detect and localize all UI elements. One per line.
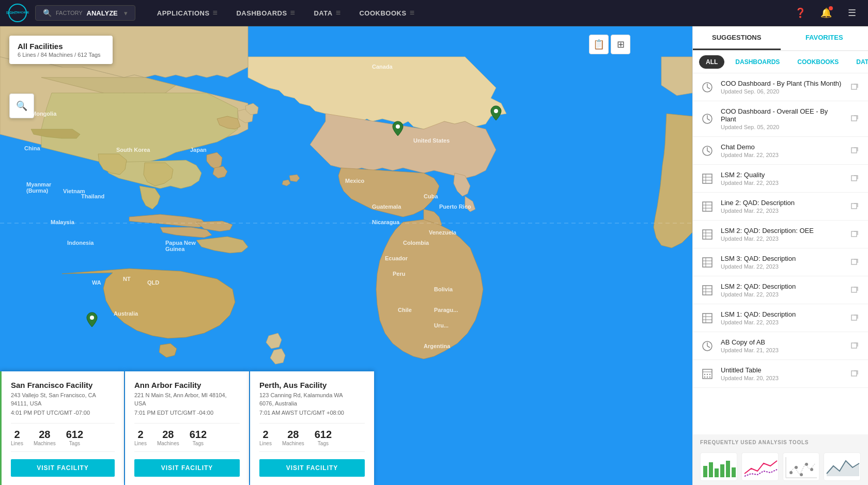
item-content: COO Dashboard - Overall OEE - By Plant U…	[721, 107, 842, 130]
svg-point-49	[707, 376, 708, 377]
list-item[interactable]: LSM 1: QAD: Description Updated Mar. 22,…	[693, 304, 868, 332]
help-icon: ❓	[795, 7, 806, 19]
svg-rect-30	[851, 259, 857, 264]
item-action-icon[interactable]	[848, 370, 861, 378]
item-action-icon[interactable]	[848, 83, 861, 91]
nav-item-dashboards[interactable]: DASHBOARDS ≡	[227, 0, 304, 26]
item-action-icon[interactable]	[848, 342, 861, 350]
aa-machines-stat: 28 Machines	[157, 429, 179, 446]
item-content: Line 2: QAD: Description Updated Mar. 22…	[721, 199, 842, 214]
item-action-icon[interactable]	[848, 286, 861, 294]
freq-tool-line[interactable]	[741, 452, 779, 481]
table-icon	[700, 311, 715, 325]
nav-item-applications[interactable]: APPLICATIONS ≡	[148, 0, 227, 26]
nav-dashboards-label: DASHBOARDS	[236, 9, 287, 17]
notifications-button[interactable]: 🔔	[818, 5, 834, 21]
table-icon	[700, 227, 715, 242]
sf-visit-button[interactable]: VISIT FACILITY	[11, 459, 115, 477]
list-item[interactable]: AB Copy of AB Updated Mar. 21, 2023	[693, 332, 868, 360]
table-icon	[700, 283, 715, 298]
list-item[interactable]: Line 2: QAD: Description Updated Mar. 22…	[693, 193, 868, 221]
nav-item-cookbooks[interactable]: COOKBOOKS ≡	[350, 0, 424, 26]
svg-rect-52	[703, 466, 707, 477]
list-view-icon: 📋	[593, 39, 605, 50]
ann-arbor-facility-name: Ann Arbor Facility	[134, 381, 240, 389]
freq-tool-scatter[interactable]	[783, 452, 820, 481]
sf-facility-name: San Francisco Facility	[11, 381, 115, 389]
item-title: COO Dashboard - Overall OEE - By Plant	[721, 107, 842, 123]
filter-dashboards-button[interactable]: DASHBOARDS	[729, 55, 786, 69]
perth-lines-stat: 2 Lines	[259, 429, 272, 446]
tab-favorites[interactable]: FAVORITES	[781, 26, 869, 50]
list-item[interactable]: COO Dashboard - By Plant (This Month) Up…	[693, 73, 868, 101]
svg-rect-42	[851, 343, 857, 348]
nav-item-data[interactable]: DATA ≡	[304, 0, 350, 26]
list-item[interactable]: LSM 3: QAD: Description Updated Mar. 22,…	[693, 248, 868, 276]
item-content: COO Dashboard - By Plant (This Month) Up…	[721, 80, 842, 95]
filter-cookbooks-button[interactable]: COOKBOOKS	[791, 55, 845, 69]
svg-rect-53	[709, 462, 713, 477]
item-action-icon[interactable]	[848, 115, 861, 123]
perth-facility-stats: 2 Lines 28 Machines 612 Tags	[259, 423, 365, 452]
factory-analyze-button[interactable]: 🔍 FACTORY ANALYZE ▾	[35, 5, 135, 21]
item-action-icon[interactable]	[848, 258, 861, 267]
item-action-icon[interactable]	[848, 230, 861, 239]
filter-data-button[interactable]: DATA	[849, 55, 868, 69]
item-action-icon[interactable]	[848, 175, 861, 183]
item-action-icon[interactable]	[848, 202, 861, 211]
item-subtitle: Updated Sep. 05, 2020	[721, 124, 842, 130]
item-subtitle: Updated Mar. 22, 2023	[721, 263, 842, 270]
hamburger-icon: ☰	[848, 7, 856, 19]
list-item[interactable]: LSM 2: QAD: Description: OEE Updated Mar…	[693, 221, 868, 248]
ann-arbor-facility-card: Ann Arbor Facility 221 N Main St, Ann Ar…	[125, 371, 249, 485]
map-grid-view-button[interactable]: ⊞	[611, 35, 630, 54]
map-search-button[interactable]: 🔍	[9, 93, 34, 118]
list-item[interactable]: LSM 2: Quality Updated Mar. 22, 2023	[693, 165, 868, 193]
dropdown-icon: ▾	[124, 9, 128, 17]
freq-tool-bar[interactable]	[700, 452, 737, 481]
panel-tabs: SUGGESTIONS FAVORITES	[693, 26, 868, 51]
factory-label: FACTORY	[56, 10, 83, 16]
analyze-label: ANALYZE	[87, 9, 118, 17]
item-action-icon[interactable]	[848, 147, 861, 155]
svg-rect-56	[726, 461, 730, 477]
item-title: LSM 2: QAD: Description: OEE	[721, 227, 842, 234]
dashboard-icon	[700, 144, 715, 158]
item-action-icon[interactable]	[848, 314, 861, 322]
list-item[interactable]: Untitled Table Updated Mar. 20, 2023	[693, 360, 868, 388]
search-icon: 🔍	[16, 100, 27, 112]
freq-tool-area[interactable]	[824, 452, 861, 481]
svg-point-4	[90, 316, 94, 320]
item-title: Chat Demo	[721, 143, 842, 151]
svg-rect-35	[851, 287, 857, 292]
item-title: Line 2: QAD: Description	[721, 199, 842, 207]
svg-rect-21	[703, 230, 712, 239]
list-item[interactable]: LSM 2: QAD: Description Updated Mar. 22,…	[693, 276, 868, 304]
help-button[interactable]: ❓	[793, 5, 808, 21]
right-panel: SUGGESTIONS FAVORITES ALL DASHBOARDS COO…	[692, 26, 868, 485]
menu-button[interactable]: ☰	[844, 5, 860, 21]
svg-point-3	[494, 109, 498, 113]
item-content: LSM 2: QAD: Description: OEE Updated Mar…	[721, 227, 842, 242]
filter-all-button[interactable]: ALL	[699, 55, 724, 69]
item-title: LSM 2: Quality	[721, 171, 842, 179]
svg-point-47	[709, 373, 710, 374]
logo[interactable]: SIGHT MACHINE	[8, 4, 27, 22]
perth-visit-button[interactable]: VISIT FACILITY	[259, 459, 365, 477]
map-area[interactable]: All Facilities 6 Lines / 84 Machines / 6…	[0, 26, 692, 485]
nav-data-icon: ≡	[336, 8, 341, 18]
svg-rect-36	[703, 314, 712, 323]
list-item[interactable]: COO Dashboard - Overall OEE - By Plant U…	[693, 101, 868, 137]
filter-row: ALL DASHBOARDS COOKBOOKS DATA	[693, 51, 868, 73]
nav-applications-label: APPLICATIONS	[157, 9, 210, 17]
ann-arbor-facility-stats: 2 Lines 28 Machines 612 Tags	[134, 423, 240, 452]
list-item[interactable]: Chat Demo Updated Mar. 22, 2023	[693, 137, 868, 165]
sf-facility-card: San Francisco Facility 243 Vallejo St, S…	[0, 371, 124, 485]
item-title: LSM 1: QAD: Description	[721, 310, 842, 318]
map-list-view-button[interactable]: 📋	[589, 35, 609, 54]
item-content: AB Copy of AB Updated Mar. 21, 2023	[721, 338, 842, 353]
aa-visit-button[interactable]: VISIT FACILITY	[134, 459, 240, 477]
facility-cards: San Francisco Facility 243 Vallejo St, S…	[0, 371, 375, 485]
sf-facility-stats: 2 Lines 28 Machines 612 Tags	[11, 423, 115, 452]
tab-suggestions[interactable]: SUGGESTIONS	[693, 26, 781, 50]
